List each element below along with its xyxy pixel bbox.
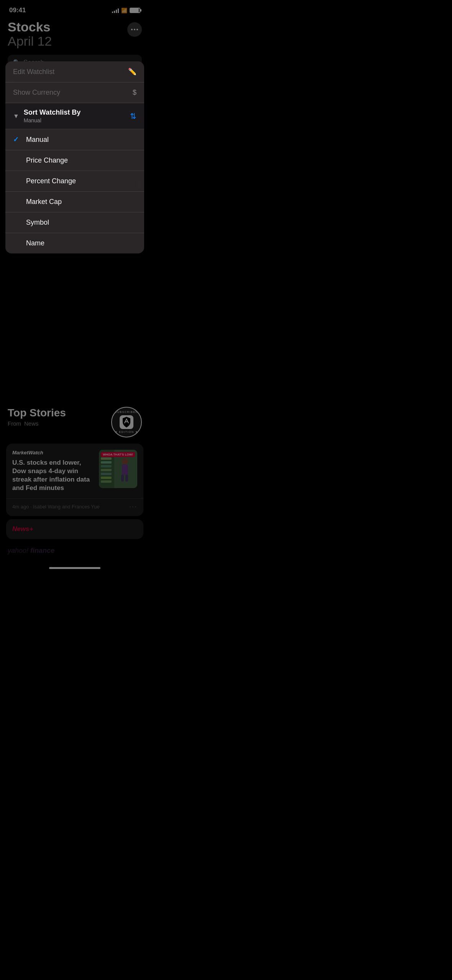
sort-option-price-change[interactable]: Price Change bbox=[5, 150, 144, 171]
sort-label-symbol: Symbol bbox=[26, 219, 136, 227]
sort-option-market-cap[interactable]: Market Cap bbox=[5, 192, 144, 212]
sort-current-value: Manual bbox=[24, 117, 125, 123]
sort-arrows-icon: ⇅ bbox=[130, 112, 136, 121]
sort-watchlist-header[interactable]: ▼ Sort Watchlist By Manual ⇅ bbox=[5, 103, 144, 129]
sort-label-name: Name bbox=[26, 239, 136, 247]
show-currency-icon: $ bbox=[133, 89, 136, 97]
sort-label-manual: Manual bbox=[26, 136, 136, 144]
sort-label-percent-change: Percent Change bbox=[26, 177, 136, 185]
sort-option-manual[interactable]: ✓ Manual bbox=[5, 129, 144, 150]
show-currency-item[interactable]: Show Currency $ bbox=[5, 82, 144, 103]
sort-option-name[interactable]: Name bbox=[5, 233, 144, 253]
sort-option-percent-change[interactable]: Percent Change bbox=[5, 171, 144, 192]
edit-watchlist-label: Edit Watchlist bbox=[13, 68, 54, 76]
sort-watchlist-label: Sort Watchlist By bbox=[24, 109, 125, 117]
sort-collapse-icon: ▼ bbox=[13, 113, 19, 120]
sort-option-symbol[interactable]: Symbol bbox=[5, 212, 144, 233]
edit-watchlist-item[interactable]: Edit Watchlist ✏️ bbox=[5, 61, 144, 82]
sort-check-manual: ✓ bbox=[13, 135, 21, 144]
sort-header-content: Sort Watchlist By Manual bbox=[24, 109, 125, 123]
sort-label-price-change: Price Change bbox=[26, 156, 136, 164]
sort-label-market-cap: Market Cap bbox=[26, 198, 136, 206]
context-menu: Edit Watchlist ✏️ Show Currency $ ▼ Sort… bbox=[5, 61, 144, 253]
show-currency-label: Show Currency bbox=[13, 89, 60, 97]
edit-watchlist-icon: ✏️ bbox=[128, 67, 136, 76]
